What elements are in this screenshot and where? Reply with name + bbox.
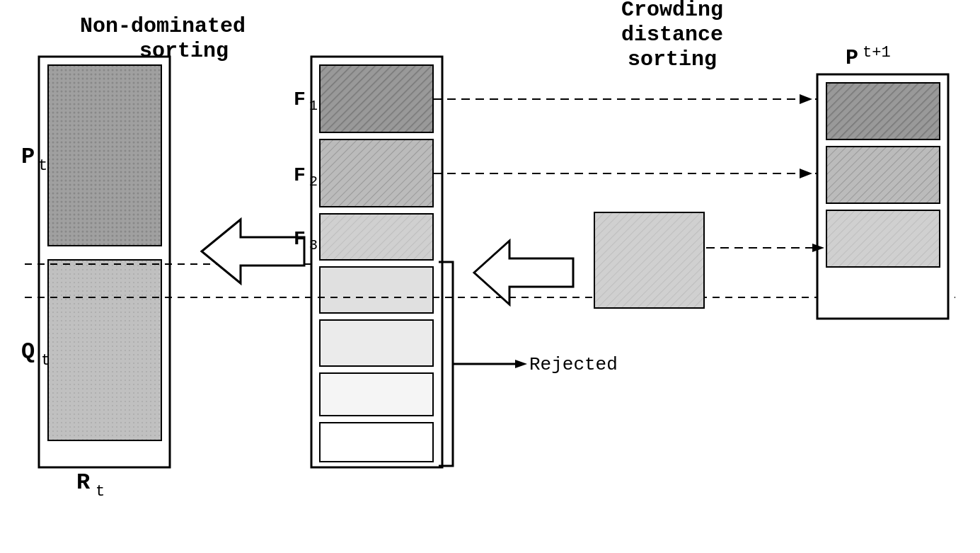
pt1-label: P: [846, 46, 858, 70]
pt-subscript: t: [38, 157, 47, 175]
crowding-title-line3: sorting: [628, 47, 717, 72]
crowding-title-line1: Crowding: [621, 0, 723, 22]
result-block2: [826, 147, 940, 203]
pt-label: P: [21, 144, 35, 170]
f2-subscript: 2: [309, 173, 318, 190]
svg-rect-19: [320, 139, 433, 207]
rt-label: R: [76, 469, 91, 496]
svg-rect-15: [48, 260, 161, 440]
arrow1: [202, 220, 304, 283]
diagram-container: P t Q t R t Non-dominated sorting F 1: [0, 0, 980, 553]
non-dominated-title-line2: sorting: [139, 39, 229, 63]
svg-rect-24: [320, 423, 433, 462]
qt-subscript: t: [41, 352, 50, 370]
svg-rect-20: [320, 214, 433, 260]
f3-partial-box: [594, 212, 704, 308]
f1-label: F: [294, 89, 306, 110]
result-arrow2: [800, 169, 812, 178]
f2-label: F: [294, 164, 306, 186]
non-dominated-title-line1: Non-dominated: [80, 14, 246, 38]
f3-label: F: [294, 228, 306, 250]
rejected-arrowhead: [515, 360, 527, 368]
qt-label: Q: [21, 338, 35, 365]
svg-rect-22: [320, 320, 433, 366]
main-diagram: P t Q t R t Non-dominated sorting F 1: [0, 0, 980, 553]
pt1-subscript: t+1: [863, 44, 891, 62]
result-block1: [826, 83, 940, 139]
f3-subscript: 3: [309, 237, 318, 253]
result-block3: [826, 210, 940, 267]
result-arrow1: [800, 94, 812, 104]
svg-rect-18: [320, 65, 433, 132]
f1-subscript: 1: [309, 98, 318, 114]
rt-subscript: t: [96, 483, 105, 501]
svg-rect-21: [320, 267, 433, 313]
crowding-title-line2: distance: [621, 23, 723, 47]
rejected-label: Rejected: [529, 354, 618, 375]
arrow2: [474, 241, 573, 304]
svg-rect-14: [48, 65, 161, 246]
svg-rect-23: [320, 373, 433, 416]
